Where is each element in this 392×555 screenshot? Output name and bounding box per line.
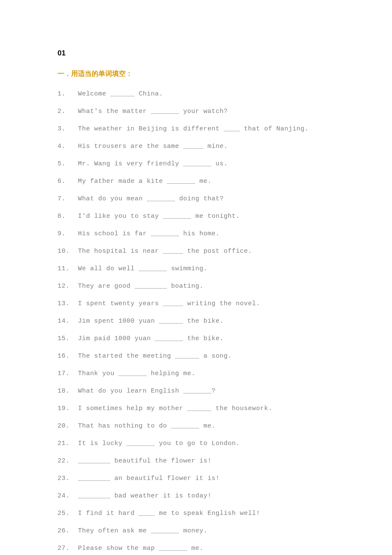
question-item: 24.________ bad weather it is today! — [58, 491, 334, 500]
question-number: 4. — [58, 142, 78, 151]
question-text: ________ bad weather it is today! — [78, 491, 334, 500]
question-item: 15.Jim paid 1000 yuan _______ the bike. — [58, 334, 334, 343]
question-number: 9. — [58, 229, 78, 238]
question-item: 17.Thank you _______ helping me. — [58, 369, 334, 378]
question-number: 27. — [58, 544, 78, 553]
question-text: We all do well _______ swimming. — [78, 264, 334, 273]
question-number: 13. — [58, 299, 78, 308]
question-item: 8.I'd like you to stay _______ me tonigh… — [58, 212, 334, 221]
question-text: It is lucky _______ you to go to London. — [78, 439, 334, 448]
question-item: 7.What do you mean _______ doing that? — [58, 194, 334, 203]
question-number: 2. — [58, 107, 78, 116]
question-text: Jim spent 1000 yuan ______ the bike. — [78, 317, 334, 326]
question-item: 23.________ an beautiful flower it is! — [58, 474, 334, 483]
question-number: 6. — [58, 177, 78, 186]
question-item: 25.I find it hard ____ me to speak Engli… — [58, 509, 334, 518]
question-item: 14.Jim spent 1000 yuan ______ the bike. — [58, 317, 334, 326]
question-number: 17. — [58, 369, 78, 378]
question-text: Thank you _______ helping me. — [78, 369, 334, 378]
question-number: 16. — [58, 352, 78, 361]
question-number: 5. — [58, 159, 78, 168]
question-text: My father made a kite _______ me. — [78, 177, 334, 186]
question-number: 26. — [58, 526, 78, 535]
question-text: Please show the map _______ me. — [78, 544, 334, 553]
question-item: 2.What's the matter _______ your watch? — [58, 107, 334, 116]
question-number: 15. — [58, 334, 78, 343]
question-number: 23. — [58, 474, 78, 483]
question-item: 16.The started the meeting ______ a song… — [58, 352, 334, 361]
question-text: They often ask me _______ money. — [78, 526, 334, 535]
question-number: 8. — [58, 212, 78, 221]
question-item: 27.Please show the map _______ me. — [58, 544, 334, 553]
question-text: I find it hard ____ me to speak English … — [78, 509, 334, 518]
question-item: 11.We all do well _______ swimming. — [58, 264, 334, 273]
question-number: 10. — [58, 247, 78, 256]
question-text: His trousers are the same _____ mine. — [78, 142, 334, 151]
question-text: ________ an beautiful flower it is! — [78, 474, 334, 483]
section-title: 一．用适当的单词填空： — [58, 69, 334, 78]
question-number: 18. — [58, 387, 78, 396]
question-number: 1. — [58, 90, 78, 98]
question-text: The weather in Beijing is different ____… — [78, 124, 334, 133]
question-number: 21. — [58, 439, 78, 448]
question-item: 22.________ beautiful the flower is! — [58, 457, 334, 465]
question-item: 18.What do you learn English _______? — [58, 387, 334, 396]
question-text: That has nothing to do _______ me. — [78, 422, 334, 431]
question-text: Welcome ______ China. — [78, 90, 334, 98]
question-item: 1.Welcome ______ China. — [58, 90, 334, 98]
question-number: 22. — [58, 457, 78, 465]
question-text: I spent twenty years _____ writing the n… — [78, 299, 334, 308]
question-item: 6.My father made a kite _______ me. — [58, 177, 334, 186]
question-number: 20. — [58, 422, 78, 431]
question-text: They are good ________ boating. — [78, 282, 334, 291]
question-number: 24. — [58, 491, 78, 500]
question-text: His school is far _______ his home. — [78, 229, 334, 238]
page-number: 01 — [58, 49, 334, 58]
question-text: Mr. Wang is very friendly _______ us. — [78, 159, 334, 168]
question-number: 19. — [58, 404, 78, 413]
question-number: 11. — [58, 264, 78, 273]
question-number: 7. — [58, 194, 78, 203]
question-item: 13.I spent twenty years _____ writing th… — [58, 299, 334, 308]
question-text: Jim paid 1000 yuan _______ the bike. — [78, 334, 334, 343]
question-text: What do you learn English _______? — [78, 387, 334, 396]
question-list: 1.Welcome ______ China. 2.What's the mat… — [58, 90, 334, 553]
question-item: 10.The hospital is near _____ the post o… — [58, 247, 334, 256]
question-text: What do you mean _______ doing that? — [78, 194, 334, 203]
question-item: 3.The weather in Beijing is different __… — [58, 124, 334, 133]
question-text: What's the matter _______ your watch? — [78, 107, 334, 116]
question-text: I'd like you to stay _______ me tonight. — [78, 212, 334, 221]
question-item: 26.They often ask me _______ money. — [58, 526, 334, 535]
question-text: ________ beautiful the flower is! — [78, 457, 334, 465]
question-text: The started the meeting ______ a song. — [78, 352, 334, 361]
question-item: 12.They are good ________ boating. — [58, 282, 334, 291]
question-item: 5.Mr. Wang is very friendly _______ us. — [58, 159, 334, 168]
question-number: 3. — [58, 124, 78, 133]
question-item: 21.It is lucky _______ you to go to Lond… — [58, 439, 334, 448]
question-number: 14. — [58, 317, 78, 326]
question-text: The hospital is near _____ the post offi… — [78, 247, 334, 256]
question-number: 25. — [58, 509, 78, 518]
question-item: 20.That has nothing to do _______ me. — [58, 422, 334, 431]
question-number: 12. — [58, 282, 78, 291]
question-item: 4.His trousers are the same _____ mine. — [58, 142, 334, 151]
question-text: I sometimes help my mother ______ the ho… — [78, 404, 334, 413]
question-item: 19.I sometimes help my mother ______ the… — [58, 404, 334, 413]
question-item: 9.His school is far _______ his home. — [58, 229, 334, 238]
